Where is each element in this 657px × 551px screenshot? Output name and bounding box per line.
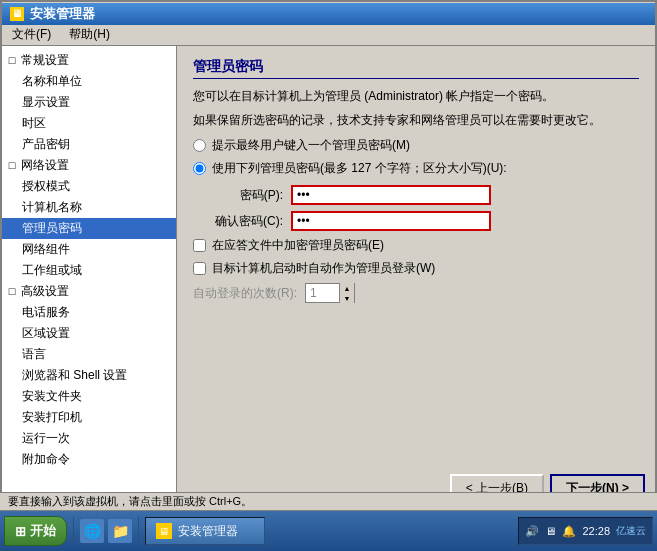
checkbox-encrypt[interactable] [193,239,206,252]
sidebar-item-computer-name[interactable]: 计算机名称 [2,197,176,218]
sidebar-item-language[interactable]: 语言 [2,344,176,365]
tray-icon1: 🔊 [525,525,539,538]
expand-icon: □ [6,54,18,66]
system-tray: 🔊 🖥 🔔 22:28 亿速云 [518,517,653,545]
hint-text: 要直接输入到该虚拟机，请点击里面或按 Ctrl+G。 [8,494,252,509]
section-title: 管理员密码 [193,58,639,79]
sidebar-item-phone[interactable]: 电话服务 [2,302,176,323]
sidebar-item-timezone[interactable]: 时区 [2,113,176,134]
radio-prompt-label: 提示最终用户键入一个管理员密码(M) [212,137,410,154]
taskbar-browser-icon[interactable]: 🌐 [80,519,104,543]
sidebar-section-advanced[interactable]: □ 高级设置 [2,281,176,302]
checkbox-autologin-label: 目标计算机启动时自动作为管理员登录(W) [212,260,435,277]
app-icon: 🖥 [10,7,24,21]
confirm-password-row: 确认密码(C): [193,211,639,231]
menu-file[interactable]: 文件(F) [8,26,55,43]
radio-prompt[interactable] [193,139,206,152]
spinner-value: 1 [306,286,339,300]
spinner-down[interactable]: ▼ [340,293,354,303]
start-button[interactable]: ⊞ 开始 [4,516,67,546]
sidebar-item-auth-mode[interactable]: 授权模式 [2,176,176,197]
description1: 您可以在目标计算机上为管理员 (Administrator) 帐户指定一个密码。 [193,87,639,105]
section-label-network: 网络设置 [21,158,69,172]
app-header: 🖥 安装管理器 [2,3,655,25]
checkbox-autologin[interactable] [193,262,206,275]
checkbox-encrypt-row: 在应答文件中加密管理员密码(E) [193,237,639,254]
hint-bar: 要直接输入到该虚拟机，请点击里面或按 Ctrl+G。 [0,492,657,510]
sidebar-item-install-printer[interactable]: 安装打印机 [2,407,176,428]
sidebar-item-name-unit[interactable]: 名称和单位 [2,71,176,92]
start-icon: ⊞ [15,524,26,539]
confirm-label: 确认密码(C): [193,213,283,230]
sidebar-item-display[interactable]: 显示设置 [2,92,176,113]
menu-help[interactable]: 帮助(H) [65,26,114,43]
expand-icon-network: □ [6,159,18,171]
section-label-advanced: 高级设置 [21,284,69,298]
taskbar-folder-icon[interactable]: 📁 [108,519,132,543]
radio-item-prompt: 提示最终用户键入一个管理员密码(M) [193,137,639,154]
password-input[interactable] [291,185,491,205]
spinner-buttons: ▲ ▼ [339,283,354,303]
autologin-count-label: 自动登录的次数(R): [193,285,297,302]
sidebar-item-productkey[interactable]: 产品密钥 [2,134,176,155]
sidebar-item-run-once[interactable]: 运行一次 [2,428,176,449]
radio-item-use-password: 使用下列管理员密码(最多 127 个字符；区分大小写)(U): [193,160,639,177]
section-label: 常规设置 [21,53,69,67]
main-content: □ 常规设置 名称和单位 显示设置 时区 产品密钥 □ 网络设置 授权模式 计算… [2,46,655,509]
menu-items: 文件(F) 帮助(H) [2,25,655,45]
spinner-up[interactable]: ▲ [340,283,354,293]
app-title: 安装管理器 [30,5,95,23]
tray-icon2: 🖥 [545,525,556,537]
sidebar-item-additional-commands[interactable]: 附加命令 [2,449,176,470]
taskbar-divider2 [138,517,139,545]
sidebar-section-general[interactable]: □ 常规设置 [2,50,176,71]
sidebar-item-browser-shell[interactable]: 浏览器和 Shell 设置 [2,365,176,386]
taskbar: ⊞ 开始 🌐 📁 🖥 安装管理器 🔊 🖥 🔔 22:28 亿速云 [0,511,657,551]
taskbar-app-label: 安装管理器 [178,523,238,540]
tray-icon3: 🔔 [562,525,576,538]
autologin-count-row: 自动登录的次数(R): 1 ▲ ▼ [193,283,639,303]
description2: 如果保留所选密码的记录，技术支持专家和网络管理员可以在需要时更改它。 [193,111,639,129]
sidebar: □ 常规设置 名称和单位 显示设置 时区 产品密钥 □ 网络设置 授权模式 计算… [2,46,177,509]
confirm-password-input[interactable] [291,211,491,231]
password-row: 密码(P): [193,185,639,205]
autologin-spinner: 1 ▲ ▼ [305,283,355,303]
sidebar-item-network-components[interactable]: 网络组件 [2,239,176,260]
main-window: 🖥 安装管理器 文件(F) 帮助(H) □ 常规设置 名称和单位 显示设置 时区… [0,0,657,511]
start-label: 开始 [30,522,56,540]
taskbar-app-icon: 🖥 [156,523,172,539]
taskbar-divider1 [73,517,74,545]
expand-icon-advanced: □ [6,285,18,297]
right-panel: 管理员密码 您可以在目标计算机上为管理员 (Administrator) 帐户指… [177,46,655,509]
tray-brand: 亿速云 [616,524,646,538]
checkbox-autologin-row: 目标计算机启动时自动作为管理员登录(W) [193,260,639,277]
radio-use-password[interactable] [193,162,206,175]
tray-time: 22:28 [582,525,610,537]
checkbox-encrypt-label: 在应答文件中加密管理员密码(E) [212,237,384,254]
sidebar-item-admin-password[interactable]: 管理员密码 [2,218,176,239]
radio-use-password-label: 使用下列管理员密码(最多 127 个字符；区分大小写)(U): [212,160,507,177]
taskbar-app-item[interactable]: 🖥 安装管理器 [145,517,265,545]
sidebar-item-workgroup[interactable]: 工作组或域 [2,260,176,281]
sidebar-item-install-folder[interactable]: 安装文件夹 [2,386,176,407]
sidebar-item-region[interactable]: 区域设置 [2,323,176,344]
sidebar-section-network[interactable]: □ 网络设置 [2,155,176,176]
radio-group: 提示最终用户键入一个管理员密码(M) 使用下列管理员密码(最多 127 个字符；… [193,137,639,177]
password-label: 密码(P): [193,187,283,204]
menu-bar: 🖥 安装管理器 文件(F) 帮助(H) [2,2,655,46]
